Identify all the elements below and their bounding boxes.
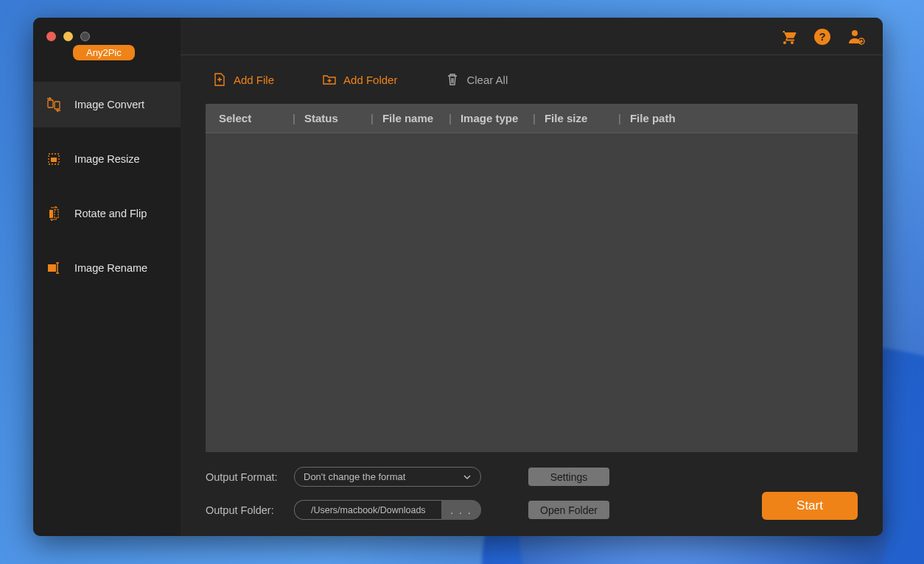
output-format-select[interactable]: Don't change the format (294, 467, 481, 487)
sidebar-item-image-convert[interactable]: Image Convert (33, 82, 181, 127)
add-file-button[interactable]: Add File (213, 73, 274, 86)
file-table: Select Status File name Image type File … (206, 104, 858, 452)
rotate-flip-icon (46, 206, 61, 221)
output-folder-label: Output Folder: (206, 504, 279, 516)
add-folder-icon (323, 73, 336, 86)
output-folder-input[interactable]: /Users/macbook/Downloads (294, 500, 441, 520)
open-folder-button[interactable]: Open Folder (528, 501, 609, 519)
image-convert-icon (46, 97, 61, 112)
main-panel: Add File Add Folder Clear All S (181, 55, 883, 536)
output-format-value: Don't change the format (304, 471, 405, 482)
th-select: Select (219, 112, 284, 124)
th-image-type: Image type (440, 112, 524, 124)
th-status: Status (284, 112, 362, 124)
chevron-down-icon (463, 473, 472, 482)
help-icon[interactable]: ? (813, 28, 831, 46)
trash-icon (446, 73, 459, 86)
settings-button[interactable]: Settings (528, 468, 609, 486)
add-folder-button[interactable]: Add Folder (323, 73, 397, 86)
sidebar-item-label: Image Rename (74, 262, 147, 274)
clear-all-label: Clear All (466, 74, 508, 86)
th-file-size: File size (524, 112, 609, 124)
th-file-path: File path (609, 112, 676, 124)
cart-icon[interactable] (780, 28, 797, 46)
title-bar: ? (33, 18, 883, 55)
svg-text:?: ? (819, 30, 825, 43)
table-body-empty (206, 133, 858, 452)
add-folder-label: Add Folder (343, 74, 397, 86)
svg-point-2 (852, 30, 858, 36)
image-rename-icon (46, 261, 61, 275)
app-window: ? Any2Pic Image Convert Image Resize (33, 18, 883, 536)
sidebar-item-image-resize[interactable]: Image Resize (33, 136, 181, 182)
sidebar: Image Convert Image Resize Rotate and Fl… (33, 55, 181, 536)
add-user-icon[interactable] (847, 28, 865, 46)
output-folder-value: /Users/macbook/Downloads (311, 505, 426, 515)
svg-rect-4 (48, 100, 53, 107)
sidebar-item-label: Image Resize (74, 153, 140, 165)
table-header-row: Select Status File name Image type File … (206, 104, 858, 133)
svg-rect-7 (51, 158, 57, 162)
sidebar-item-label: Rotate and Flip (74, 208, 147, 219)
header-actions: ? (780, 18, 865, 55)
bottom-controls: Output Format: Don't change the format S… (206, 452, 858, 520)
sidebar-item-image-rename[interactable]: Image Rename (33, 245, 181, 291)
image-resize-icon (46, 152, 61, 166)
close-window-button[interactable] (46, 32, 56, 41)
minimize-window-button[interactable] (63, 32, 73, 41)
toolbar: Add File Add Folder Clear All (206, 55, 858, 104)
browse-folder-button[interactable]: . . . (441, 500, 481, 520)
th-file-name: File name (362, 112, 440, 124)
svg-rect-10 (48, 264, 56, 272)
app-name-badge: Any2Pic (73, 45, 135, 60)
maximize-window-button[interactable] (80, 32, 90, 41)
add-file-icon (213, 73, 226, 86)
svg-rect-9 (55, 210, 58, 218)
start-button[interactable]: Start (762, 492, 858, 520)
add-file-label: Add File (234, 74, 274, 86)
clear-all-button[interactable]: Clear All (446, 73, 508, 86)
svg-rect-8 (49, 210, 53, 218)
sidebar-item-label: Image Convert (74, 99, 144, 110)
sidebar-item-rotate-flip[interactable]: Rotate and Flip (33, 191, 181, 236)
output-format-label: Output Format: (206, 471, 279, 483)
svg-rect-5 (55, 102, 60, 109)
